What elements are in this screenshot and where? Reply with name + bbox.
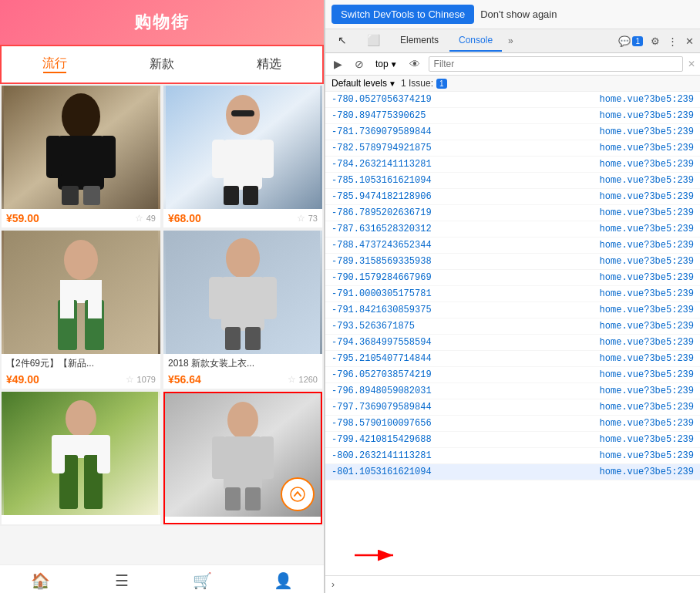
nav-list[interactable]: ☰ bbox=[81, 571, 162, 590]
console-source[interactable]: home.vue?3be5:239 bbox=[600, 222, 694, 236]
filter-clear-icon[interactable]: ✕ bbox=[688, 59, 695, 69]
block-icon[interactable]: ⊘ bbox=[351, 56, 368, 72]
star-icon-4: ☆ bbox=[288, 374, 296, 385]
nav-cart[interactable]: 🛒 bbox=[162, 571, 243, 590]
console-source[interactable]: home.vue?3be5:239 bbox=[600, 190, 694, 204]
console-source[interactable]: home.vue?3be5:239 bbox=[600, 368, 694, 382]
console-value: -797.7369079589844 bbox=[331, 400, 432, 414]
switch-devtools-btn[interactable]: Switch DevTools to Chinese bbox=[331, 5, 474, 24]
default-levels-dropdown[interactable]: Default levels ▼ bbox=[331, 78, 396, 89]
console-source[interactable]: home.vue?3be5:239 bbox=[600, 335, 694, 349]
console-source[interactable]: home.vue?3be5:239 bbox=[600, 433, 694, 446]
products-grid: ¥59.00 ☆ 49 bbox=[0, 84, 324, 526]
console-source[interactable]: home.vue?3be5:239 bbox=[600, 174, 694, 187]
nav-user[interactable]: 👤 bbox=[243, 571, 324, 590]
console-source[interactable]: home.vue?3be5:239 bbox=[600, 384, 694, 398]
svg-rect-14 bbox=[260, 140, 274, 178]
dropdown-arrow: ▼ bbox=[390, 60, 398, 69]
svg-point-25 bbox=[226, 238, 260, 278]
svg-rect-33 bbox=[62, 435, 100, 458]
expand-btn[interactable]: › bbox=[331, 579, 335, 590]
product-price-3: ¥49.00 bbox=[6, 373, 39, 386]
tab-elements[interactable]: Elements bbox=[391, 30, 448, 52]
svg-rect-6 bbox=[62, 186, 79, 205]
console-row: -791.8421630859375home.vue?3be5:239 bbox=[325, 302, 700, 318]
console-value: -796.0527038574219 bbox=[331, 368, 432, 382]
product-image-2 bbox=[163, 86, 322, 209]
console-value: -781.7369079589844 bbox=[331, 125, 432, 139]
svg-rect-41 bbox=[212, 436, 226, 479]
devtools-banner: Switch DevTools to Chinese Don't show ag… bbox=[325, 0, 700, 29]
svg-rect-29 bbox=[225, 327, 241, 350]
console-row: -794.3684997558594home.vue?3be5:239 bbox=[325, 335, 700, 351]
eye-icon[interactable]: 👁 bbox=[406, 56, 424, 72]
svg-rect-22 bbox=[60, 280, 74, 318]
product-card-1[interactable]: ¥59.00 ☆ 49 bbox=[2, 86, 160, 227]
tab-featured[interactable]: 精选 bbox=[215, 47, 322, 82]
tab-new[interactable]: 新款 bbox=[109, 47, 216, 82]
console-source[interactable]: home.vue?3be5:239 bbox=[600, 287, 694, 301]
tab-more[interactable]: » bbox=[503, 32, 518, 49]
tab-console[interactable]: Console bbox=[449, 30, 502, 52]
svg-rect-37 bbox=[97, 435, 110, 473]
context-dropdown[interactable]: top ▼ bbox=[372, 57, 401, 71]
console-source[interactable]: home.vue?3be5:239 bbox=[600, 206, 694, 220]
console-row: -793.5263671875home.vue?3be5:239 bbox=[325, 318, 700, 335]
product-card-6[interactable] bbox=[163, 392, 322, 524]
console-source[interactable]: home.vue?3be5:239 bbox=[600, 416, 694, 430]
console-value: -799.4210815429688 bbox=[331, 433, 432, 446]
svg-rect-7 bbox=[83, 186, 100, 205]
scroll-to-top-button[interactable] bbox=[281, 477, 315, 511]
tab-trending[interactable]: 流行 bbox=[2, 46, 109, 83]
sidebar-toggle-icon[interactable]: ▶ bbox=[330, 56, 346, 72]
svg-point-18 bbox=[64, 240, 98, 280]
console-source[interactable]: home.vue?3be5:239 bbox=[600, 400, 694, 414]
console-source[interactable]: home.vue?3be5:239 bbox=[600, 319, 694, 333]
product-image-3 bbox=[2, 231, 160, 354]
svg-rect-40 bbox=[224, 436, 262, 490]
app-panel: 购物街 流行 新款 精选 bbox=[0, 0, 324, 593]
console-source[interactable]: home.vue?3be5:239 bbox=[600, 303, 694, 317]
issue-badge[interactable]: 1 Issue: 1 bbox=[401, 78, 447, 89]
console-output[interactable]: -780.0527056374219home.vue?3be5:239-780.… bbox=[325, 92, 700, 575]
console-source[interactable]: home.vue?3be5:239 bbox=[600, 238, 694, 252]
product-card-3[interactable]: 【2件69元】【新品... ¥49.00 ☆ 1079 bbox=[2, 231, 160, 389]
console-source[interactable]: home.vue?3be5:239 bbox=[600, 254, 694, 268]
console-row: -780.894775390625home.vue?3be5:239 bbox=[325, 108, 700, 124]
console-source[interactable]: home.vue?3be5:239 bbox=[600, 465, 694, 479]
filter-input[interactable] bbox=[429, 56, 683, 72]
product-title-3: 【2件69元】【新品... bbox=[6, 357, 156, 370]
console-row: -787.6316528320312home.vue?3be5:239 bbox=[325, 221, 700, 238]
product-info-5 bbox=[2, 515, 160, 521]
console-row: -788.4737243652344home.vue?3be5:239 bbox=[325, 238, 700, 254]
console-source[interactable]: home.vue?3be5:239 bbox=[600, 125, 694, 139]
console-value: -795.2105407714844 bbox=[331, 352, 432, 366]
console-row: -785.9474182128906home.vue?3be5:239 bbox=[325, 189, 700, 205]
product-stars-3: 1079 bbox=[137, 375, 156, 384]
console-row: -790.1579284667969home.vue?3be5:239 bbox=[325, 270, 700, 286]
console-source[interactable]: home.vue?3be5:239 bbox=[600, 141, 694, 155]
console-source[interactable]: home.vue?3be5:239 bbox=[600, 157, 694, 171]
devtools-cursor-icon[interactable]: ↖ bbox=[328, 29, 356, 52]
console-source[interactable]: home.vue?3be5:239 bbox=[600, 93, 694, 106]
dont-show-btn[interactable]: Don't show again bbox=[480, 8, 557, 20]
chat-icon[interactable]: 💬 bbox=[618, 35, 631, 47]
product-card-5[interactable] bbox=[2, 392, 160, 524]
console-source[interactable]: home.vue?3be5:239 bbox=[600, 271, 694, 285]
more-dots-icon[interactable]: ⋮ bbox=[665, 32, 681, 50]
console-source[interactable]: home.vue?3be5:239 bbox=[600, 109, 694, 123]
gear-icon[interactable]: ⚙ bbox=[648, 32, 663, 50]
console-value: -785.9474182128906 bbox=[331, 190, 432, 204]
nav-home[interactable]: 🏠 bbox=[0, 571, 81, 590]
console-source[interactable]: home.vue?3be5:239 bbox=[600, 449, 694, 463]
levels-bar: Default levels ▼ 1 Issue: 1 bbox=[325, 76, 700, 92]
console-source[interactable]: home.vue?3be5:239 bbox=[600, 352, 694, 366]
svg-point-2 bbox=[62, 93, 100, 140]
close-icon[interactable]: ✕ bbox=[682, 32, 697, 50]
devtools-responsive-icon[interactable]: ⬜ bbox=[358, 29, 389, 52]
product-card-2[interactable]: ¥68.00 ☆ 73 bbox=[163, 86, 322, 227]
product-card-4[interactable]: 2018 新款女装上衣... ¥56.64 ☆ 1260 bbox=[163, 231, 322, 389]
console-row: -789.3158569335938home.vue?3be5:239 bbox=[325, 254, 700, 270]
console-value: -793.5263671875 bbox=[331, 319, 415, 333]
product-info-2: ¥68.00 ☆ 73 bbox=[163, 209, 322, 227]
